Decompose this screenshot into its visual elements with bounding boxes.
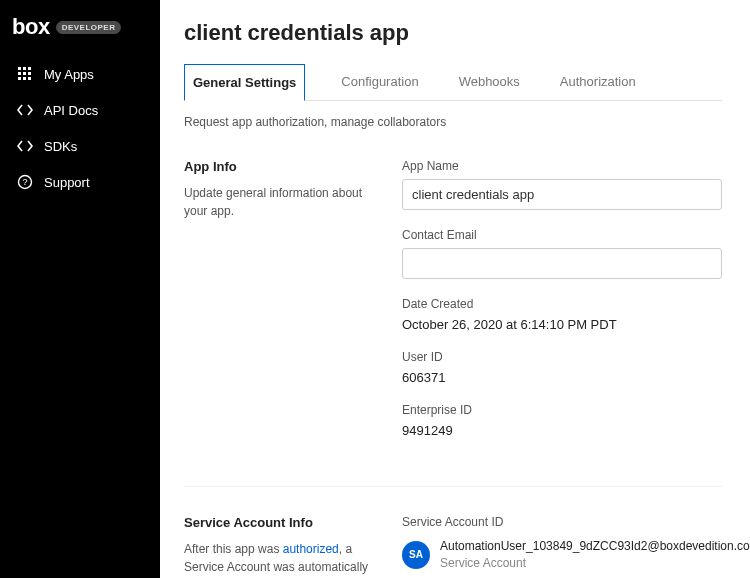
service-account-email: AutomationUser_103849_9dZCC93Id2@boxdeve… (440, 539, 750, 553)
tab-authorization[interactable]: Authorization (556, 64, 640, 100)
code-icon (16, 101, 34, 119)
service-account-sub: Service Account (440, 556, 750, 570)
nav-label: API Docs (44, 103, 98, 118)
svg-rect-4 (23, 72, 26, 75)
app-name-input[interactable] (402, 179, 722, 210)
code-icon (16, 137, 34, 155)
nav-support[interactable]: ? Support (12, 166, 148, 198)
nav-api-docs[interactable]: API Docs (12, 94, 148, 126)
user-id-label: User ID (402, 350, 722, 364)
tab-general-settings[interactable]: General Settings (184, 64, 305, 101)
nav-my-apps[interactable]: My Apps (12, 58, 148, 90)
user-id-value: 606371 (402, 370, 722, 385)
page-title: client credentials app (184, 20, 722, 46)
logo[interactable]: box DEVELOPER (12, 14, 148, 40)
enterprise-id-label: Enterprise ID (402, 403, 722, 417)
developer-badge: DEVELOPER (56, 21, 122, 34)
svg-rect-0 (18, 67, 21, 70)
main-content: client credentials app General Settings … (160, 0, 750, 578)
enterprise-id-value: 9491249 (402, 423, 722, 438)
nav-label: SDKs (44, 139, 77, 154)
section-service-account: Service Account Info After this app was … (184, 515, 722, 578)
sidebar: box DEVELOPER My Apps API Docs SDKs (0, 0, 160, 578)
section-desc: Update general information about your ap… (184, 184, 374, 220)
section-title: App Info (184, 159, 374, 174)
box-logo-text: box (12, 14, 50, 40)
question-icon: ? (16, 173, 34, 191)
svg-rect-3 (18, 72, 21, 75)
svg-rect-7 (23, 77, 26, 80)
nav-sdks[interactable]: SDKs (12, 130, 148, 162)
nav-label: My Apps (44, 67, 94, 82)
app-name-label: App Name (402, 159, 722, 173)
divider (184, 486, 722, 487)
svg-rect-2 (28, 67, 31, 70)
svg-rect-5 (28, 72, 31, 75)
tabs: General Settings Configuration Webhooks … (184, 64, 722, 101)
date-created-value: October 26, 2020 at 6:14:10 PM PDT (402, 317, 722, 332)
contact-email-input[interactable] (402, 248, 722, 279)
section-title: Service Account Info (184, 515, 374, 530)
date-created-label: Date Created (402, 297, 722, 311)
tab-webhooks[interactable]: Webhooks (455, 64, 524, 100)
svg-rect-8 (28, 77, 31, 80)
authorized-link[interactable]: authorized (283, 542, 339, 556)
section-desc: After this app was authorized, a Service… (184, 540, 374, 578)
sidebar-nav: My Apps API Docs SDKs ? Support (12, 58, 148, 198)
avatar: SA (402, 541, 430, 569)
section-app-info: App Info Update general information abou… (184, 159, 722, 486)
service-account-row: SA AutomationUser_103849_9dZCC93Id2@boxd… (402, 539, 750, 570)
svg-rect-6 (18, 77, 21, 80)
tab-description: Request app authorization, manage collab… (184, 115, 722, 129)
svg-rect-1 (23, 67, 26, 70)
nav-label: Support (44, 175, 90, 190)
grid-icon (16, 65, 34, 83)
service-account-id-label: Service Account ID (402, 515, 750, 529)
tab-configuration[interactable]: Configuration (337, 64, 422, 100)
contact-email-label: Contact Email (402, 228, 722, 242)
svg-text:?: ? (22, 177, 27, 187)
